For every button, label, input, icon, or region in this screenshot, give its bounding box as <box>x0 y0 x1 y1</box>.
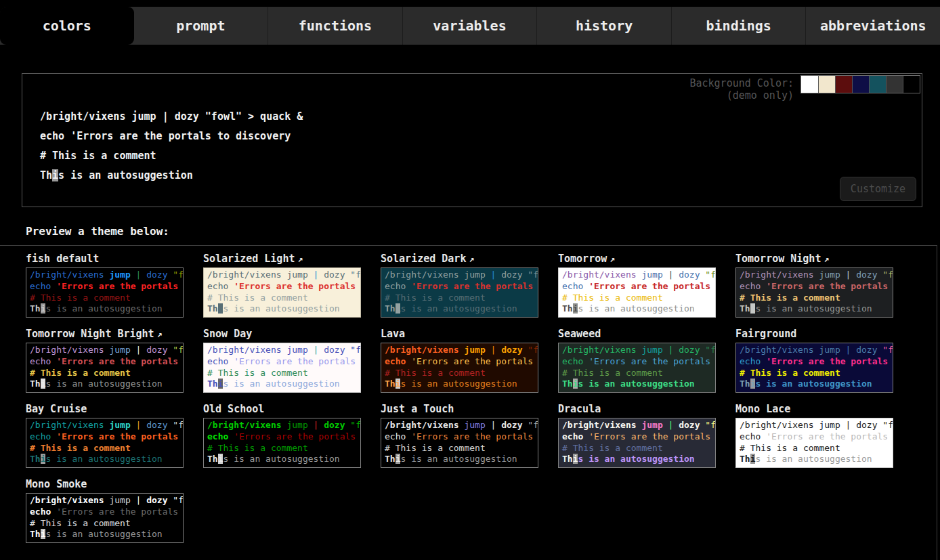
sample-autosuggestion-line: This is an autosuggestion <box>740 454 889 465</box>
theme-card[interactable]: /bright/vixens jump | dozy "fowl" > quac… <box>558 343 716 393</box>
theme-name: Old School <box>203 403 264 415</box>
sample-error-line: echo 'Errors are the portals to discover… <box>30 281 179 293</box>
theme-cell-fairground[interactable]: Fairground/bright/vixens jump | dozy "fo… <box>735 328 893 393</box>
theme-cell-seaweed[interactable]: Seaweed/bright/vixens jump | dozy "fowl"… <box>558 328 716 393</box>
sample-autosuggestion-line: This is an autosuggestion <box>207 303 357 315</box>
sample-command-line: /bright/vixens jump | dozy "fowl" > quac… <box>740 420 889 431</box>
tab-variables[interactable]: variables <box>402 7 537 45</box>
tab-bindings[interactable]: bindings <box>671 7 806 45</box>
theme-cell-tomorrow-night[interactable]: Tomorrow Night↗/bright/vixens jump | doz… <box>735 253 893 318</box>
theme-title: Old School <box>203 403 361 418</box>
theme-card[interactable]: /bright/vixens jump | dozy "fowl" > quac… <box>203 343 361 393</box>
sample-error-line: echo 'Errors are the portals to discover… <box>30 507 179 518</box>
background-swatch-333333[interactable] <box>886 76 903 93</box>
theme-card[interactable]: /bright/vixens jump | dozy "fowl" > quac… <box>735 343 893 393</box>
theme-card[interactable]: /bright/vixens jump | dozy "fowl" > quac… <box>26 343 184 393</box>
background-swatch-f2e7cd[interactable] <box>818 76 835 93</box>
theme-cell-tomorrow-night-bright[interactable]: Tomorrow Night Bright↗/bright/vixens jum… <box>26 328 184 393</box>
background-swatch-5c0d0d[interactable] <box>835 76 852 93</box>
tab-abbreviations[interactable]: abbreviations <box>805 7 940 45</box>
external-link-icon[interactable]: ↗ <box>469 254 474 264</box>
theme-card[interactable]: /bright/vixens jump | dozy "fowl" > quac… <box>735 267 893 318</box>
theme-cell-dracula[interactable]: Dracula/bright/vixens jump | dozy "fowl"… <box>558 403 716 468</box>
sample-command-line: /bright/vixens jump | dozy "fowl" > quac… <box>740 345 889 356</box>
theme-card[interactable]: /bright/vixens jump | dozy "fowl" > quac… <box>203 418 361 468</box>
theme-cell-mono-lace[interactable]: Mono Lace/bright/vixens jump | dozy "fow… <box>735 403 893 468</box>
sample-command-line: /bright/vixens jump | dozy "fowl" > quac… <box>30 345 179 356</box>
sample-command-line: /bright/vixens jump | dozy "fowl" > quac… <box>207 270 357 281</box>
external-link-icon[interactable]: ↗ <box>610 254 615 264</box>
cursor-block: i <box>52 169 58 181</box>
terminal-sample-text: /bright/vixens jump | dozy "fowl" > quac… <box>40 107 303 186</box>
customize-button[interactable]: Customize <box>840 177 916 201</box>
background-swatch-000000[interactable] <box>903 76 920 93</box>
sample-command-line: /bright/vixens jump | dozy "fowl" > quac… <box>207 420 357 431</box>
theme-name: Seaweed <box>558 328 601 340</box>
sample-command-line: /bright/vixens jump | dozy "fowl" > quac… <box>30 270 179 281</box>
background-swatch-0e0e46[interactable] <box>852 76 869 93</box>
theme-card[interactable]: /bright/vixens jump | dozy "fowl" > quac… <box>26 493 184 543</box>
sample-autosuggestion-line: This is an autosuggestion <box>562 379 712 390</box>
theme-card[interactable]: /bright/vixens jump | dozy "fowl" > quac… <box>381 418 538 468</box>
sample-error-line: echo 'Errors are the portals to discover… <box>207 356 357 368</box>
theme-title: Solarized Dark↗ <box>381 253 538 267</box>
background-swatch-ffffff[interactable] <box>801 76 818 93</box>
tab-functions[interactable]: functions <box>268 7 402 45</box>
theme-cell-bay-cruise[interactable]: Bay Cruise/bright/vixens jump | dozy "fo… <box>26 403 184 468</box>
theme-cell-solarized-light[interactable]: Solarized Light↗/bright/vixens jump | do… <box>203 253 361 318</box>
external-link-icon[interactable]: ↗ <box>824 254 829 264</box>
sample-command-line: /bright/vixens jump | dozy "fowl" > quac… <box>385 270 534 281</box>
theme-cell-mono-smoke[interactable]: Mono Smoke/bright/vixens jump | dozy "fo… <box>26 478 184 543</box>
theme-cell-fish-default[interactable]: fish default/bright/vixens jump | dozy "… <box>26 253 184 318</box>
sample-error-line: echo 'Errors are the portals to discover… <box>740 356 889 368</box>
theme-title: Solarized Light↗ <box>203 253 361 267</box>
background-color-swatches <box>800 75 920 93</box>
background-color-label: Background Color: (demo only) <box>689 75 794 102</box>
sample-autosuggestion-line: This is an autosuggestion <box>385 379 534 390</box>
theme-name: Snow Day <box>203 328 252 340</box>
theme-card[interactable]: /bright/vixens jump | dozy "fowl" > quac… <box>558 267 716 318</box>
fish-config-page: colorspromptfunctionsvariableshistorybin… <box>0 0 940 560</box>
theme-cell-solarized-dark[interactable]: Solarized Dark↗/bright/vixens jump | doz… <box>381 253 538 318</box>
background-swatch-14525e[interactable] <box>869 76 886 93</box>
theme-card[interactable]: /bright/vixens jump | dozy "fowl" > quac… <box>558 418 716 468</box>
sample-command-line: /bright/vixens jump | dozy "fowl" > quac… <box>207 345 357 356</box>
sample-error-line: echo 'Errors are the portals to discover… <box>740 281 889 293</box>
theme-cell-snow-day[interactable]: Snow Day/bright/vixens jump | dozy "fowl… <box>203 328 361 393</box>
theme-cell-old-school[interactable]: Old School/bright/vixens jump | dozy "fo… <box>203 403 361 468</box>
tab-colors[interactable]: colors <box>0 7 134 45</box>
sample-autosuggestion-line: This is an autosuggestion <box>562 303 712 315</box>
tab-history[interactable]: history <box>536 7 671 45</box>
sample-autosuggestion-line: This is an autosuggestion <box>30 454 179 465</box>
sample-error-line: echo 'Errors are the portals to discover… <box>40 127 303 146</box>
sample-comment-line: # This is a comment <box>385 368 534 379</box>
tab-prompt[interactable]: prompt <box>134 7 268 45</box>
theme-name: Solarized Light <box>203 253 295 265</box>
sample-autosuggestion-line: This is an autosuggestion <box>30 303 179 315</box>
theme-cell-just-a-touch[interactable]: Just a Touch/bright/vixens jump | dozy "… <box>381 403 538 468</box>
theme-card[interactable]: /bright/vixens jump | dozy "fowl" > quac… <box>26 267 184 318</box>
background-color-row: Background Color: (demo only) <box>689 75 920 102</box>
sample-comment-line: # This is a comment <box>740 368 889 379</box>
theme-cell-tomorrow[interactable]: Tomorrow↗/bright/vixens jump | dozy "fow… <box>558 253 716 318</box>
theme-name: Bay Cruise <box>26 403 87 415</box>
sample-error-line: echo 'Errors are the portals to discover… <box>30 431 179 443</box>
external-link-icon[interactable]: ↗ <box>297 254 303 264</box>
sample-comment-line: # This is a comment <box>385 293 534 304</box>
themes-grid: fish default/bright/vixens jump | dozy "… <box>26 253 937 543</box>
sample-comment-line: # This is a comment <box>207 293 357 304</box>
theme-name: Tomorrow Night Bright <box>26 328 154 340</box>
theme-card[interactable]: /bright/vixens jump | dozy "fowl" > quac… <box>735 418 893 468</box>
theme-card[interactable]: /bright/vixens jump | dozy "fowl" > quac… <box>203 267 361 318</box>
theme-card[interactable]: /bright/vixens jump | dozy "fowl" > quac… <box>381 343 538 393</box>
sample-autosuggestion-line: This is an autosuggestion <box>207 454 357 465</box>
theme-card[interactable]: /bright/vixens jump | dozy "fowl" > quac… <box>381 267 538 318</box>
themes-section: fish default/bright/vixens jump | dozy "… <box>0 245 937 560</box>
theme-title: Tomorrow Night↗ <box>735 253 893 267</box>
theme-cell-lava[interactable]: Lava/bright/vixens jump | dozy "fowl" > … <box>381 328 538 393</box>
sample-comment-line: # This is a comment <box>562 368 712 379</box>
external-link-icon[interactable]: ↗ <box>157 329 163 339</box>
theme-card[interactable]: /bright/vixens jump | dozy "fowl" > quac… <box>26 418 184 468</box>
sample-command-line: /bright/vixens jump | dozy "fowl" > quac… <box>385 420 534 431</box>
theme-title: Just a Touch <box>381 403 538 418</box>
